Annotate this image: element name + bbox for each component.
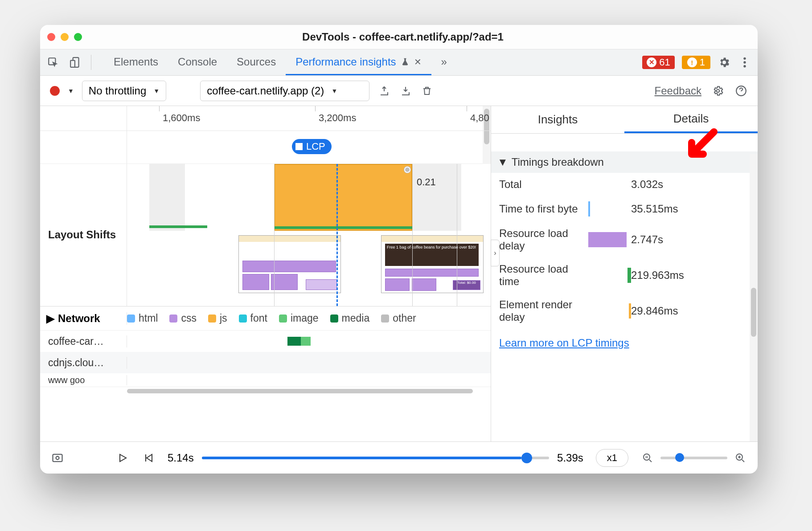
zoom-window-button[interactable] xyxy=(74,33,82,41)
main-split: 1,600ms 3,200ms 4,80 LCP xyxy=(40,106,758,441)
metric-resource-load-time: Resource load time 219.963ms xyxy=(491,257,758,293)
recording-toolbar: ▼ No throttling ▼ coffee-cart.netlify.ap… xyxy=(40,76,758,106)
request-host: www goo xyxy=(40,375,127,385)
flask-icon xyxy=(401,57,410,66)
export-icon[interactable] xyxy=(377,84,391,98)
tabs-overflow-button[interactable]: » xyxy=(431,49,457,75)
overflow-label: » xyxy=(441,56,447,68)
lcp-marker[interactable]: LCP xyxy=(292,139,332,154)
tab-label: Console xyxy=(178,56,217,68)
screenshot-thumbnail[interactable] xyxy=(238,235,341,293)
request-host: coffee-car… xyxy=(40,335,127,347)
network-request-row[interactable]: www goo xyxy=(40,373,491,387)
cls-value: 0.21 xyxy=(417,176,436,188)
details-panel: › Insights Details ▼ Timings breakdown T… xyxy=(491,106,758,441)
error-count-chip[interactable]: ✕ 61 xyxy=(642,56,674,69)
tab-label: Elements xyxy=(114,56,158,68)
titlebar: DevTools - coffee-cart.netlify.app/?ad=1 xyxy=(40,25,758,49)
caret-down-icon: ▼ xyxy=(497,156,508,168)
tick-label: 1,600ms xyxy=(163,112,200,124)
record-options-dropdown[interactable]: ▼ xyxy=(68,87,74,94)
zoom-controls xyxy=(641,451,747,465)
throttling-select[interactable]: No throttling ▼ xyxy=(82,81,166,101)
insights-lane: LCP xyxy=(40,131,491,164)
tab-performance-insights[interactable]: Performance insights ✕ xyxy=(286,49,431,75)
feedback-link[interactable]: Feedback xyxy=(655,85,701,97)
lcp-label: LCP xyxy=(306,141,325,152)
devtools-window: DevTools - coffee-cart.netlify.app/?ad=1… xyxy=(40,25,758,474)
svg-point-6 xyxy=(717,89,720,92)
layout-shifts-lane: Layout Shifts 0.21 xyxy=(40,164,491,306)
close-tab-icon[interactable]: ✕ xyxy=(414,57,422,67)
chevron-down-icon: ▼ xyxy=(331,87,337,94)
playback-position: 5.14s xyxy=(168,452,194,464)
metric-ttfb: Time to first byte 35.515ms xyxy=(491,196,758,222)
inspect-element-icon[interactable] xyxy=(46,56,60,69)
playback-speed-button[interactable]: x1 xyxy=(596,449,628,467)
close-window-button[interactable] xyxy=(47,33,55,41)
zoom-slider[interactable] xyxy=(660,457,727,459)
device-toolbar-icon[interactable] xyxy=(69,56,82,69)
throttling-value: No throttling xyxy=(89,85,146,97)
error-icon: ✕ xyxy=(647,57,656,67)
network-heading: Network xyxy=(58,312,100,325)
error-count: 61 xyxy=(659,57,670,68)
section-title: Timings breakdown xyxy=(512,156,604,168)
tab-sources[interactable]: Sources xyxy=(227,49,286,75)
record-button[interactable] xyxy=(50,86,60,96)
lane-label: Layout Shifts xyxy=(48,229,116,241)
annotation-arrow-icon xyxy=(683,127,718,163)
svg-point-3 xyxy=(743,57,746,60)
network-lane: ▶ Network html css js font image media o… xyxy=(40,306,491,387)
screenshot-thumbnail[interactable]: Free 1 bag of coffee beans for purchase … xyxy=(381,235,484,293)
delete-icon[interactable] xyxy=(420,84,434,98)
settings-icon[interactable] xyxy=(718,56,731,69)
play-button[interactable] xyxy=(116,451,129,465)
playback-slider[interactable]: 5.14s 5.39s xyxy=(168,452,583,464)
tab-elements[interactable]: Elements xyxy=(104,49,168,75)
warning-count: 1 xyxy=(700,57,705,68)
warning-count-chip[interactable]: ! 1 xyxy=(682,56,710,69)
tick-label: 3,200ms xyxy=(319,112,356,124)
recording-select[interactable]: coffee-cart.netlify.app (2) ▼ xyxy=(200,81,369,101)
svg-point-9 xyxy=(56,456,59,459)
stop-icon xyxy=(295,143,303,150)
network-request-row[interactable]: coffee-car… xyxy=(40,331,491,352)
vertical-scrollbar[interactable] xyxy=(750,154,758,441)
panel-settings-icon[interactable] xyxy=(711,84,725,98)
playhead[interactable] xyxy=(336,164,338,306)
network-legend: html css js font image media other xyxy=(127,312,491,324)
metric-total: Total 3.032s xyxy=(491,173,758,196)
cls-point[interactable] xyxy=(404,167,410,173)
playback-footer: 5.14s 5.39s x1 xyxy=(40,441,758,474)
import-icon[interactable] xyxy=(399,84,412,98)
cls-cluster[interactable] xyxy=(274,164,412,231)
horizontal-scrollbar[interactable] xyxy=(40,387,491,395)
recording-value: coffee-cart.netlify.app (2) xyxy=(207,85,324,97)
svg-point-4 xyxy=(743,61,746,63)
panel-tab-list: Elements Console Sources Performance ins… xyxy=(104,49,457,75)
time-ruler[interactable]: 1,600ms 3,200ms 4,80 xyxy=(40,106,491,131)
kebab-menu-icon[interactable] xyxy=(738,56,751,69)
network-request-row[interactable]: cdnjs.clou… xyxy=(40,352,491,373)
window-title: DevTools - coffee-cart.netlify.app/?ad=1 xyxy=(82,31,724,43)
tab-insights[interactable]: Insights xyxy=(491,106,624,133)
zoom-out-icon[interactable] xyxy=(641,451,654,465)
preview-icon[interactable] xyxy=(51,451,64,465)
rewind-button[interactable] xyxy=(142,451,155,465)
help-icon[interactable] xyxy=(734,84,748,98)
learn-more-link[interactable]: Learn more on LCP timings xyxy=(499,337,629,349)
tab-label: Sources xyxy=(237,56,276,68)
tab-label: Performance insights xyxy=(295,56,396,68)
timeline-panel: 1,600ms 3,200ms 4,80 LCP xyxy=(40,106,491,441)
minimize-window-button[interactable] xyxy=(61,33,69,41)
panel-tabs-bar: Elements Console Sources Performance ins… xyxy=(40,49,758,76)
zoom-in-icon[interactable] xyxy=(734,451,747,465)
collapse-panel-button[interactable]: › xyxy=(491,240,500,266)
window-controls xyxy=(47,33,82,41)
tab-console[interactable]: Console xyxy=(168,49,227,75)
caret-right-icon[interactable]: ▶ xyxy=(46,312,54,325)
playback-total: 5.39s xyxy=(557,452,583,464)
tick-label: 4,80 xyxy=(470,112,489,124)
svg-rect-8 xyxy=(53,454,62,461)
